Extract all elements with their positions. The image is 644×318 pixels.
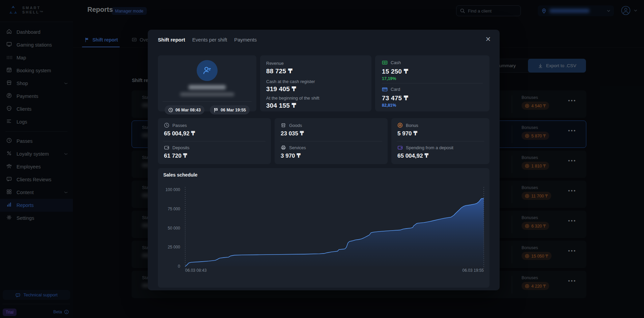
- x-axis-label-end: 06.03 19:55: [463, 268, 484, 273]
- finish-flag-icon: [214, 108, 218, 112]
- clock-icon: [168, 108, 173, 112]
- divider: [382, 83, 483, 83]
- employee-phone-blurred: [180, 92, 234, 96]
- clock-icon: [164, 123, 169, 128]
- sales-schedule-card: Sales schedule 025 00050 00075 000100 00…: [158, 168, 489, 288]
- x-axis-label-start: 06.03 08:43: [185, 268, 206, 273]
- goods-value: 23 035 ₸: [281, 130, 304, 137]
- services-label: Services: [289, 145, 306, 150]
- shift-report-modal: Shift report Events per shift Payments ✕: [148, 30, 500, 290]
- deposit-spending-value: 65 004,92 ₸: [397, 152, 453, 159]
- bonus-spending-card: Bonus 5 970 ₸ Spending from a deposit 65…: [391, 118, 489, 164]
- revenue-label: Revenue: [266, 61, 292, 66]
- modal-tabs: Shift report Events per shift Payments: [158, 37, 257, 43]
- goods-services-card: Goods 23 035 ₸ Services 3 970 ₸: [275, 118, 388, 164]
- goods-label: Goods: [289, 123, 302, 128]
- y-axis-tick: 75 000: [158, 207, 180, 211]
- card-percent: 82,81%: [382, 103, 408, 108]
- page-root: SMART SHELL™ Reports Manager mode Find a…: [0, 0, 644, 318]
- deposit-spending-label: Spending from a deposit: [406, 145, 453, 150]
- employee-name-blurred: [189, 85, 226, 89]
- divider: [397, 141, 484, 141]
- card-value: 73 475 ₸: [382, 94, 408, 102]
- y-axis-tick: 100 000: [158, 187, 180, 192]
- avatar: [197, 60, 218, 81]
- modal-tab-payments[interactable]: Payments: [234, 37, 257, 43]
- cash-percent: 17,19%: [382, 76, 408, 81]
- deposits-label: Deposits: [172, 145, 190, 150]
- passes-label: Passes: [172, 123, 187, 128]
- shift-beginning-label: At the beginning of the shift: [266, 96, 319, 101]
- passes-deposits-card: Passes 65 004,92 ₸ Deposits 61 720 ₸: [158, 118, 271, 164]
- shift-end-time: 06 Mar 19:55: [221, 108, 246, 112]
- bonus-label: Bonus: [406, 123, 418, 128]
- credit-card-icon: [382, 86, 388, 92]
- employee-card: 06 Mar 08:43 06 Mar 19:55: [158, 55, 256, 111]
- modal-tab-events-per-shift[interactable]: Events per shift: [192, 37, 227, 43]
- cash-card-split-card: Cash 15 250 ₸ 17,19% Card 73 475 ₸ 82,81…: [375, 55, 489, 111]
- services-value: 3 970 ₸: [281, 152, 306, 159]
- divider: [163, 141, 265, 141]
- shift-times: 06 Mar 08:43 06 Mar 19:55: [158, 105, 256, 114]
- y-axis-tick: 25 000: [158, 245, 180, 249]
- cash-register-value: 319 405 ₸: [266, 85, 315, 93]
- revenue-card: Revenue 88 725 ₸ Cash at the cash regist…: [260, 55, 371, 111]
- cash-value: 15 250 ₸: [382, 68, 408, 75]
- deposits-value: 61 720 ₸: [164, 152, 190, 159]
- y-axis-tick: 0: [158, 264, 180, 269]
- cash-register-label: Cash at the cash register: [266, 79, 315, 84]
- shift-beginning-value: 304 155 ₸: [266, 102, 319, 109]
- sales-area-chart: [158, 168, 489, 288]
- modal-tab-shift-report[interactable]: Shift report: [158, 37, 185, 43]
- revenue-value: 88 725 ₸: [266, 67, 292, 75]
- wallet-icon: [164, 145, 169, 150]
- divider: [163, 101, 252, 102]
- card-label: Card: [391, 87, 400, 92]
- bonus-value: 5 970 ₸: [397, 130, 418, 137]
- banknote-icon: [382, 60, 388, 65]
- passes-value: 65 004,92 ₸: [164, 130, 195, 137]
- deposit-spending-icon: [397, 145, 403, 150]
- divider: [280, 141, 382, 141]
- shift-start-pill: 06 Mar 08:43: [165, 105, 204, 114]
- bonus-coin-icon: [397, 123, 403, 128]
- storefront-icon: [281, 123, 286, 128]
- cash-label: Cash: [391, 60, 401, 65]
- y-axis-tick: 50 000: [158, 226, 180, 231]
- close-icon[interactable]: ✕: [483, 34, 493, 44]
- person-details-icon: [202, 65, 212, 76]
- shift-end-pill: 06 Mar 19:55: [210, 105, 250, 114]
- shift-start-time: 06 Mar 08:43: [175, 108, 201, 112]
- printer-icon: [281, 145, 286, 150]
